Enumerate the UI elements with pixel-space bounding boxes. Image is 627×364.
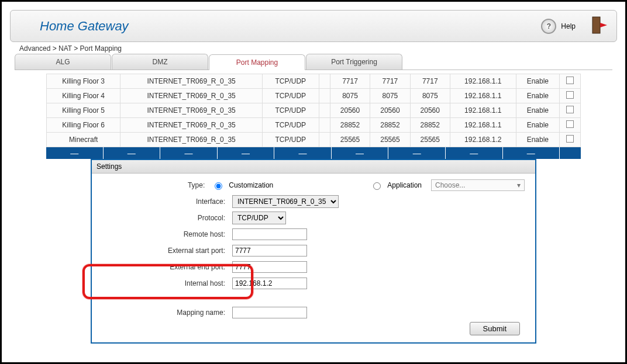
tab-port-triggering[interactable]: Port Triggering: [306, 54, 402, 70]
cell-c1: [319, 118, 330, 133]
cell-iface: INTERNET_TR069_R_0_35: [120, 103, 262, 118]
cell-status: Enable: [516, 118, 559, 133]
exit-icon[interactable]: [592, 16, 607, 36]
cell-proto: TCP/UDP: [262, 74, 319, 89]
cell-c4: 28852: [410, 118, 450, 133]
svg-marker-1: [600, 23, 607, 27]
row-checkbox[interactable]: [566, 120, 574, 128]
row-checkbox[interactable]: [566, 135, 574, 143]
cell-c4: 25565: [410, 133, 450, 147]
cell-status: Enable: [516, 103, 559, 118]
tab-port-mapping[interactable]: Port Mapping: [209, 54, 305, 70]
radio-application[interactable]: [373, 182, 381, 190]
separator-row: —————————: [46, 147, 581, 159]
cell-name: Minecraft: [47, 133, 120, 147]
external-end-port-input[interactable]: [232, 261, 307, 273]
label-protocol: Protocol:: [92, 214, 232, 222]
radio-customization[interactable]: [215, 182, 222, 190]
breadcrumb: Advanced > NAT > Port Mapping: [19, 44, 617, 53]
cell-c1: [319, 89, 330, 103]
submit-button[interactable]: Submit: [470, 322, 520, 335]
cell-c4: 20560: [410, 103, 450, 118]
row-checkbox[interactable]: [566, 91, 574, 99]
header-bar: Home Gateway ? Help: [10, 10, 617, 42]
cell-proto: TCP/UDP: [262, 89, 319, 103]
help-icon[interactable]: ?: [541, 19, 556, 34]
label-ext-end: External end port:: [92, 263, 232, 271]
label-mapping: Mapping name:: [92, 308, 232, 317]
cell-host: 192.168.1.2: [450, 133, 516, 147]
help-label[interactable]: Help: [561, 22, 576, 30]
cell-host: 192.168.1.1: [450, 118, 516, 133]
label-int-host: Internal host:: [92, 279, 232, 287]
row-checkbox[interactable]: [566, 77, 574, 84]
cell-c2: 28852: [330, 118, 370, 133]
tabs: ALG DMZ Port Mapping Port Triggering: [15, 54, 612, 70]
application-select[interactable]: Choose... ▾: [431, 179, 525, 191]
cell-status: Enable: [516, 74, 559, 89]
cell-host: 192.168.1.1: [450, 74, 516, 89]
label-ext-start: External start port:: [92, 247, 232, 255]
cell-iface: INTERNET_TR069_R_0_35: [120, 133, 262, 147]
protocol-select[interactable]: TCP/UDP: [232, 212, 286, 224]
cell-proto: TCP/UDP: [262, 118, 319, 133]
cell-c3: 8075: [370, 89, 410, 103]
cell-name: Killing Floor 6: [47, 118, 120, 133]
cell-c2: 8075: [330, 89, 370, 103]
cell-iface: INTERNET_TR069_R_0_35: [120, 118, 262, 133]
cell-name: Killing Floor 5: [47, 103, 120, 118]
cell-c4: 7717: [410, 74, 450, 89]
cell-iface: INTERNET_TR069_R_0_35: [120, 89, 262, 103]
interface-select[interactable]: INTERNET_TR069_R_0_35: [232, 195, 339, 208]
label-customization: Customization: [229, 181, 273, 189]
remote-host-input[interactable]: [232, 228, 307, 240]
label-remote: Remote host:: [92, 230, 232, 238]
label-type: Type:: [92, 181, 212, 189]
cell-c4: 8075: [410, 89, 450, 103]
chevron-down-icon: ▾: [517, 181, 521, 189]
external-start-port-input[interactable]: [232, 245, 307, 256]
cell-host: 192.168.1.1: [450, 103, 516, 118]
internal-host-input[interactable]: [232, 278, 307, 289]
cell-name: Killing Floor 3: [47, 74, 120, 89]
cell-c2: 25565: [330, 133, 370, 147]
cell-name: Killing Floor 4: [47, 89, 120, 103]
table-row: Killing Floor 4INTERNET_TR069_R_0_35TCP/…: [47, 89, 581, 103]
page-title: Home Gateway: [40, 19, 129, 34]
table-row: Killing Floor 6INTERNET_TR069_R_0_35TCP/…: [47, 118, 581, 133]
cell-c3: 7717: [370, 74, 410, 89]
settings-panel: Settings Type: Customization Application…: [91, 159, 536, 344]
cell-proto: TCP/UDP: [262, 103, 319, 118]
cell-c1: [319, 133, 330, 147]
mapping-name-input[interactable]: [232, 307, 307, 318]
table-row: Killing Floor 3INTERNET_TR069_R_0_35TCP/…: [47, 74, 581, 89]
cell-status: Enable: [516, 89, 559, 103]
label-application: Application: [387, 181, 422, 189]
cell-status: Enable: [516, 133, 559, 147]
cell-c3: 25565: [370, 133, 410, 147]
table-row: Killing Floor 5INTERNET_TR069_R_0_35TCP/…: [47, 103, 581, 118]
label-interface: Interface:: [92, 197, 232, 206]
row-checkbox[interactable]: [566, 106, 574, 113]
settings-title: Settings: [92, 160, 535, 174]
cell-c1: [319, 103, 330, 118]
mapping-table: Killing Floor 3INTERNET_TR069_R_0_35TCP/…: [46, 74, 581, 147]
table-row: MinecraftINTERNET_TR069_R_0_35TCP/UDP255…: [47, 133, 581, 147]
cell-iface: INTERNET_TR069_R_0_35: [120, 74, 262, 89]
cell-c3: 20560: [370, 103, 410, 118]
svg-rect-0: [592, 17, 600, 33]
tab-dmz[interactable]: DMZ: [112, 54, 208, 70]
cell-proto: TCP/UDP: [262, 133, 319, 147]
cell-host: 192.168.1.1: [450, 89, 516, 103]
cell-c2: 7717: [330, 74, 370, 89]
cell-c2: 20560: [330, 103, 370, 118]
tab-alg[interactable]: ALG: [15, 54, 111, 70]
cell-c3: 28852: [370, 118, 410, 133]
cell-c1: [319, 74, 330, 89]
